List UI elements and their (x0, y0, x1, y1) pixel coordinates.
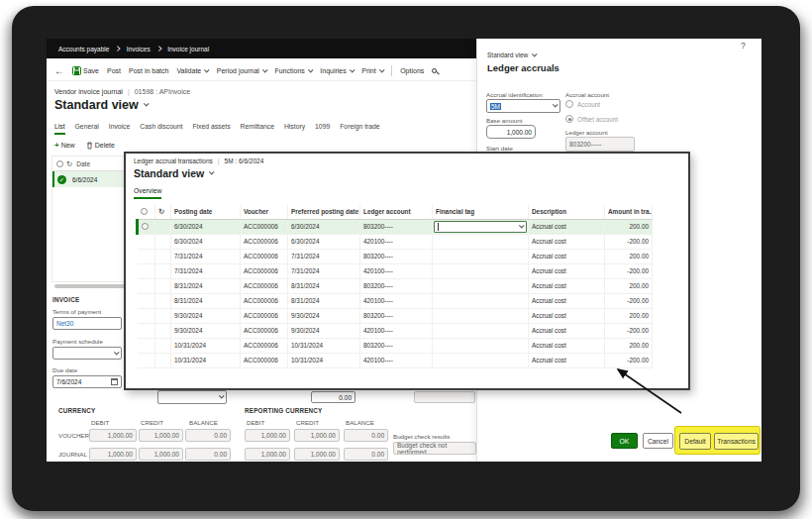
post-button[interactable]: Post (107, 67, 121, 74)
table-header-row: ↻ Posting date Voucher Preferred posting… (138, 205, 653, 219)
select-all-radio[interactable] (141, 208, 148, 215)
accrual-account-label: Accrual account (565, 91, 609, 98)
tab-foreign-trade[interactable]: Foreign trade (340, 123, 379, 135)
chevron-right-icon (116, 47, 121, 52)
base-amount-field[interactable]: 1,000.00 (486, 125, 536, 139)
panel-view-selector[interactable]: Standard view (487, 52, 537, 58)
table-row[interactable]: 6/30/2024ACC000006 6/30/2024803200---- A… (138, 219, 653, 234)
dialog-title: Ledger accrual transactions | 5M : 6/6/2… (134, 157, 263, 164)
table-row[interactable]: 6/30/2024ACC000006 6/30/2024420100---- A… (138, 234, 653, 249)
table-row[interactable]: 9/30/2024ACC000006 9/30/2024420100---- A… (138, 323, 653, 338)
offset-account-radio[interactable]: Offset account (565, 115, 618, 123)
breadcrumb-item[interactable]: Invoices (127, 46, 151, 52)
tab-history[interactable]: History (284, 123, 305, 135)
breadcrumb: Accounts payable Invoices Invoice journa… (47, 39, 476, 58)
journal-line-date: 6/6/2024 (72, 176, 97, 183)
transactions-button[interactable]: Transactions (714, 433, 759, 450)
toolbar-separator (391, 65, 392, 76)
dialog-view-selector[interactable]: Standard view (134, 167, 214, 179)
table-row[interactable]: 7/31/2024ACC000006 7/31/2024803200---- A… (138, 249, 653, 263)
voucher-reporting-balance-value: 0.00 (344, 429, 388, 442)
table-row[interactable]: 8/31/2024ACC000006 8/31/2024803200---- A… (138, 278, 653, 293)
voucher-credit-value: 1,000.00 (139, 429, 183, 442)
payment-schedule-field[interactable] (52, 347, 122, 360)
tab-cash-discount[interactable]: Cash discount (140, 123, 182, 135)
print-menu[interactable]: Print (361, 67, 383, 74)
save-button[interactable]: Save (72, 66, 99, 75)
preferred-posting-date-header[interactable]: Preferred posting date (288, 205, 360, 219)
tab-overview[interactable]: Overview (134, 187, 161, 199)
validate-menu[interactable]: Validate (176, 67, 208, 74)
debit-header: DEBIT (247, 419, 264, 426)
new-button[interactable]: +New (54, 141, 75, 150)
cancel-button[interactable]: Cancel (643, 433, 673, 449)
view-selector[interactable]: Standard view (54, 98, 148, 112)
date-column-header[interactable]: Date (76, 160, 90, 167)
chevron-right-icon (156, 47, 161, 52)
accrual-identification-label: Accrual identification (486, 91, 543, 98)
panel-title: Ledger accruals (487, 62, 559, 73)
start-date-label: Start date (486, 145, 513, 152)
breadcrumb-item[interactable]: Invoice journal (167, 46, 209, 52)
post-in-batch-button[interactable]: Post in batch (129, 67, 168, 74)
default-button[interactable]: Default (679, 433, 711, 450)
table-row[interactable]: 9/30/2024ACC000006 9/30/2024803200---- A… (138, 308, 653, 323)
chevron-down-icon (262, 67, 267, 72)
voucher-header[interactable]: Voucher (241, 205, 288, 219)
refresh-header[interactable]: ↻ (155, 205, 171, 219)
table-row[interactable]: 10/31/2024ACC000006 10/31/2024803200----… (138, 338, 653, 353)
due-date-label: Due date (52, 366, 77, 373)
chevron-down-icon (553, 102, 558, 107)
ok-button[interactable]: OK (611, 433, 638, 449)
financial-tag-combobox[interactable] (434, 221, 527, 233)
text-cursor (438, 223, 439, 231)
description-header[interactable]: Description (529, 205, 605, 219)
select-all-radio[interactable] (56, 160, 63, 167)
select-all-header[interactable] (138, 205, 155, 219)
tab-list[interactable]: List (54, 123, 65, 135)
table-row[interactable]: 10/31/2024ACC000006 10/31/2024420100----… (138, 353, 653, 367)
ledger-account-label: Ledger account (565, 129, 608, 136)
terms-of-payment-field[interactable]: Net30 (52, 317, 122, 330)
tab-1099[interactable]: 1099 (315, 123, 330, 135)
partial-amount-field[interactable]: 0.00 (311, 391, 355, 403)
inquiries-menu[interactable]: Inquiries (320, 67, 354, 74)
period-journal-menu[interactable]: Period journal (217, 67, 267, 74)
table-row[interactable]: 7/31/2024ACC000006 7/31/2024420100---- A… (138, 263, 653, 278)
refresh-icon[interactable]: ↻ (66, 159, 72, 168)
financial-tag-header[interactable]: Financial tag (433, 205, 529, 219)
help-icon[interactable]: ? (741, 41, 746, 51)
tab-invoice[interactable]: Invoice (109, 123, 131, 135)
due-date-field[interactable]: 7/6/2024 (52, 375, 122, 388)
balance-header: BALANCE (189, 419, 218, 426)
voucher-row-label: VOUCHER (58, 432, 89, 439)
currency-section-heading: CURRENCY (58, 407, 95, 414)
table-row[interactable]: 8/31/2024ACC000006 8/31/2024420100---- A… (138, 293, 653, 308)
accrual-transactions-table: ↻ Posting date Voucher Preferred posting… (136, 205, 653, 368)
calendar-icon[interactable] (111, 378, 118, 385)
posting-date-header[interactable]: Posting date (171, 205, 241, 219)
breadcrumb-item[interactable]: Accounts payable (58, 46, 109, 52)
functions-menu[interactable]: Functions (274, 67, 312, 74)
chevron-down-icon (114, 350, 119, 355)
amount-header[interactable]: Amount in tra... (605, 205, 653, 219)
journal-balance-value: 0.00 (185, 448, 231, 461)
refresh-icon: ↻ (158, 207, 164, 216)
account-radio[interactable]: Account (565, 100, 600, 108)
options-button[interactable]: Options (400, 67, 424, 74)
tab-general[interactable]: General (75, 123, 99, 135)
journal-tabs: List General Invoice Cash discount Fixed… (54, 123, 380, 135)
chevron-down-icon (532, 52, 537, 56)
tab-fixed-assets[interactable]: Fixed assets (192, 123, 230, 135)
accrual-identification-field[interactable]: 5M (486, 99, 560, 113)
search-icon[interactable] (432, 68, 437, 73)
back-icon[interactable]: ← (54, 65, 64, 76)
row-select-radio[interactable] (142, 223, 149, 230)
ledger-account-header[interactable]: Ledger account (360, 205, 433, 219)
partial-disabled-field (414, 391, 475, 403)
credit-header: CREDIT (296, 419, 319, 426)
delete-button[interactable]: Delete (86, 142, 115, 150)
tab-remittance[interactable]: Remittance (241, 123, 274, 135)
partial-combobox-field[interactable] (157, 390, 227, 404)
terms-of-payment-label: Terms of payment (52, 308, 101, 315)
